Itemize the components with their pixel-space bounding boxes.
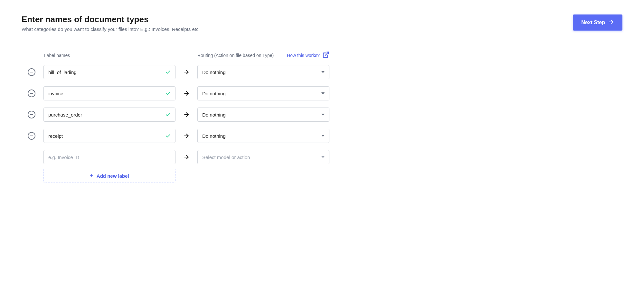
label-names-header: Label names <box>43 53 175 58</box>
minus-icon <box>30 93 33 94</box>
routing-select[interactable]: Do nothing <box>197 129 329 143</box>
caret-down-icon <box>321 71 325 73</box>
svg-line-1 <box>325 52 328 55</box>
minus-icon <box>30 136 33 136</box>
check-icon <box>165 112 171 118</box>
routing-select[interactable]: Do nothing <box>197 86 329 100</box>
routing-select-label: Select model or action <box>202 155 250 160</box>
page-title: Enter names of document types <box>22 14 198 24</box>
arrow-right-icon <box>183 133 190 139</box>
external-link-icon <box>322 51 329 59</box>
label-row: Do nothing <box>26 129 622 143</box>
caret-down-icon <box>321 135 325 137</box>
caret-down-icon <box>321 92 325 94</box>
remove-row-button[interactable] <box>28 68 35 76</box>
arrow-right-icon <box>183 69 190 75</box>
routing-select-label: Do nothing <box>202 133 226 139</box>
routing-select-label: Do nothing <box>202 91 226 96</box>
routing-select[interactable]: Do nothing <box>197 108 329 122</box>
arrow-right-icon <box>608 19 614 26</box>
new-routing-select[interactable]: Select model or action <box>197 150 329 164</box>
minus-icon <box>30 72 33 72</box>
label-name-input[interactable] <box>43 65 175 79</box>
how-this-works-link[interactable]: How this works? <box>287 51 329 59</box>
arrow-right-icon <box>183 111 190 118</box>
routing-header: Routing (Action on file based on Type) <box>197 53 274 58</box>
remove-row-button[interactable] <box>28 111 35 118</box>
check-icon <box>165 69 171 75</box>
routing-select[interactable]: Do nothing <box>197 65 329 79</box>
add-label-text: Add new label <box>97 173 129 179</box>
add-label-button[interactable]: + Add new label <box>43 169 175 183</box>
page-subtitle: What categories do you want to classify … <box>22 26 198 32</box>
label-name-input[interactable] <box>43 86 175 100</box>
label-name-input[interactable] <box>43 129 175 143</box>
routing-select-label: Do nothing <box>202 70 226 75</box>
check-icon <box>165 133 171 139</box>
how-this-works-label: How this works? <box>287 53 320 58</box>
remove-row-button[interactable] <box>28 132 35 140</box>
label-name-input[interactable] <box>43 108 175 122</box>
remove-row-button[interactable] <box>28 89 35 97</box>
routing-select-label: Do nothing <box>202 112 226 118</box>
next-step-label: Next Step <box>581 20 605 25</box>
next-step-button[interactable]: Next Step <box>573 14 622 31</box>
check-icon <box>165 90 171 96</box>
new-label-input[interactable] <box>43 150 175 164</box>
caret-down-icon <box>321 114 325 116</box>
arrow-right-icon <box>183 154 190 160</box>
plus-icon: + <box>90 173 93 179</box>
arrow-right-icon <box>183 90 190 97</box>
label-row: Do nothing <box>26 65 622 79</box>
minus-icon <box>30 114 33 115</box>
label-row: Do nothing <box>26 108 622 122</box>
label-row: Do nothing <box>26 86 622 100</box>
new-label-row: Select model or action <box>26 150 622 164</box>
caret-down-icon <box>321 156 325 158</box>
